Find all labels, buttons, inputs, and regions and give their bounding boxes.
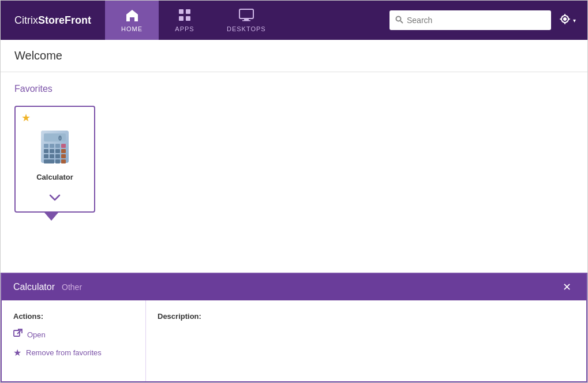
- svg-rect-22: [50, 154, 54, 158]
- svg-point-7: [396, 16, 401, 21]
- nav-tabs: HOME APPS: [105, 1, 380, 40]
- navbar: Citrix StoreFront HOME: [1, 1, 587, 40]
- welcome-bar: Welcome: [1, 40, 587, 72]
- star-filled-icon: ★: [13, 347, 21, 358]
- svg-rect-1: [186, 9, 190, 14]
- nav-right: ▾: [380, 1, 587, 40]
- search-box: [389, 10, 551, 30]
- svg-rect-27: [61, 159, 66, 163]
- svg-rect-0: [179, 9, 183, 14]
- desktops-icon: [239, 9, 254, 23]
- welcome-title: Welcome: [14, 49, 574, 62]
- detail-close-button[interactable]: ✕: [559, 281, 575, 293]
- detail-description: Description:: [146, 300, 586, 381]
- search-icon: [395, 16, 403, 25]
- detail-header: Calculator Other ✕: [2, 274, 586, 300]
- open-icon: [13, 329, 23, 340]
- svg-rect-21: [44, 154, 48, 158]
- detail-title-area: Calculator Other: [13, 282, 82, 292]
- gear-icon: [559, 13, 571, 28]
- detail-category: Other: [62, 282, 82, 292]
- svg-rect-4: [239, 9, 253, 18]
- svg-line-8: [400, 21, 403, 23]
- card-pointer: [44, 213, 58, 221]
- svg-rect-24: [61, 154, 66, 158]
- favorites-section-title: Favorites: [14, 84, 574, 94]
- svg-rect-17: [44, 149, 48, 153]
- svg-rect-26: [55, 159, 60, 163]
- brand-storefront: StoreFront: [38, 14, 91, 27]
- app-grid: ★: [14, 106, 574, 213]
- apps-icon: [178, 9, 191, 23]
- action-open[interactable]: Open: [13, 329, 134, 340]
- detail-panel: Calculator Other ✕ Actions:: [1, 273, 587, 382]
- app-card-name: Calculator: [36, 173, 73, 181]
- detail-body: Actions: Open ★ Remove f: [2, 300, 586, 381]
- svg-rect-25: [44, 159, 54, 163]
- svg-rect-13: [44, 144, 48, 148]
- app-container: Citrix StoreFront HOME: [0, 0, 588, 383]
- tab-apps-label: APPS: [175, 25, 194, 32]
- tab-desktops-label: DESKTOPS: [227, 25, 266, 32]
- svg-text:0: 0: [58, 135, 62, 142]
- svg-rect-18: [50, 149, 54, 153]
- tab-desktops[interactable]: DESKTOPS: [211, 1, 282, 40]
- description-label: Description:: [158, 312, 575, 321]
- svg-rect-3: [186, 16, 190, 21]
- action-remove-favorite-label: Remove from favorites: [26, 348, 102, 357]
- svg-rect-2: [179, 16, 183, 21]
- svg-rect-16: [61, 144, 66, 148]
- action-remove-favorite[interactable]: ★ Remove from favorites: [13, 347, 134, 358]
- brand-logo: Citrix StoreFront: [1, 1, 105, 40]
- favorite-star-icon: ★: [21, 111, 31, 124]
- gear-dropdown-arrow: ▾: [573, 17, 576, 24]
- svg-rect-6: [242, 20, 250, 21]
- search-input[interactable]: [407, 16, 545, 25]
- svg-rect-23: [55, 154, 60, 158]
- svg-rect-15: [55, 144, 60, 148]
- svg-rect-14: [50, 144, 54, 148]
- svg-rect-20: [61, 149, 66, 153]
- calculator-icon: 0: [35, 127, 75, 167]
- actions-label: Actions:: [13, 312, 134, 321]
- tab-home-label: HOME: [121, 25, 143, 32]
- home-icon: [125, 9, 139, 23]
- svg-rect-19: [55, 149, 60, 153]
- app-card-calculator[interactable]: ★: [14, 106, 95, 213]
- detail-actions: Actions: Open ★ Remove f: [2, 300, 146, 381]
- tab-home[interactable]: HOME: [105, 1, 159, 40]
- settings-button[interactable]: ▾: [557, 11, 578, 30]
- brand-citrix: Citrix: [14, 14, 38, 27]
- tab-apps[interactable]: APPS: [159, 1, 211, 40]
- svg-rect-5: [244, 19, 249, 20]
- action-open-label: Open: [27, 330, 46, 339]
- svg-rect-11: [44, 133, 66, 142]
- detail-app-name: Calculator: [13, 282, 55, 292]
- svg-rect-28: [14, 330, 20, 336]
- main-content: Welcome Favorites ★: [1, 40, 587, 382]
- card-expand-icon: [49, 193, 61, 206]
